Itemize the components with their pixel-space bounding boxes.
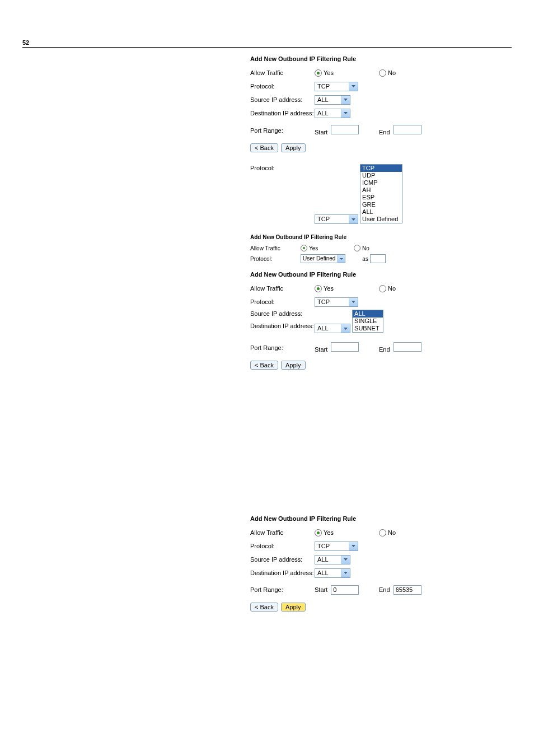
protocol-select-4[interactable]: TCP bbox=[315, 297, 358, 307]
protocol-label-5: Protocol: bbox=[250, 543, 315, 549]
back-button-4[interactable]: < Back bbox=[250, 361, 278, 370]
row-protocol-4: Protocol: TCP bbox=[250, 297, 512, 307]
dst-ip-select[interactable]: ALL bbox=[315, 109, 350, 118]
protocol-select-value-3: User Defined bbox=[301, 255, 337, 263]
start-label-5: Start bbox=[315, 586, 327, 593]
row-protocol-expanded: Protocol: TCP TCP UDP ICMP AH ESP GRE AL… bbox=[250, 165, 512, 224]
radio-no-label-3: No bbox=[362, 245, 369, 251]
radio-no-3[interactable] bbox=[354, 245, 360, 251]
protocol-label: Protocol: bbox=[250, 83, 315, 90]
src-ip-select-4[interactable]: ALL bbox=[315, 324, 350, 333]
protocol-select-5[interactable]: TCP bbox=[315, 542, 358, 551]
panel-2: Protocol: TCP TCP UDP ICMP AH ESP GRE AL… bbox=[250, 165, 512, 224]
end-input-5[interactable]: 65535 bbox=[394, 585, 421, 595]
svg-marker-2 bbox=[344, 112, 348, 114]
protocol-listbox[interactable]: TCP UDP ICMP AH ESP GRE ALL User Defined bbox=[360, 164, 402, 223]
chevron-down-icon bbox=[349, 215, 358, 223]
protocol-select-value-2: TCP bbox=[315, 215, 349, 223]
listbox-item-src-single[interactable]: SINGLE bbox=[353, 318, 383, 325]
src-ip-listbox[interactable]: ALL SINGLE SUBNET bbox=[352, 310, 383, 333]
port-range-label-5: Port Range: bbox=[250, 586, 315, 593]
radio-yes-3[interactable] bbox=[301, 245, 307, 251]
src-ip-select[interactable]: ALL bbox=[315, 95, 350, 105]
protocol-select-value: TCP bbox=[315, 82, 349, 91]
listbox-item-udp[interactable]: UDP bbox=[360, 172, 402, 179]
chevron-down-icon bbox=[337, 255, 345, 263]
row-dst-ip: Destination IP address: ALL bbox=[250, 108, 512, 118]
dst-ip-select-value: ALL bbox=[315, 109, 341, 118]
svg-marker-7 bbox=[352, 545, 355, 547]
start-input-5[interactable]: 0 bbox=[331, 585, 359, 595]
apply-button-4[interactable]: Apply bbox=[281, 361, 306, 370]
src-ip-label-4: Source IP address: bbox=[250, 310, 315, 317]
src-ip-label: Source IP address: bbox=[250, 96, 315, 103]
header-rule bbox=[22, 47, 512, 48]
port-range-label-4: Port Range: bbox=[250, 344, 315, 351]
svg-marker-4 bbox=[340, 258, 343, 260]
listbox-item-gre[interactable]: GRE bbox=[360, 201, 402, 208]
src-ip-select-value: ALL bbox=[315, 96, 341, 104]
radio-no[interactable] bbox=[379, 69, 386, 77]
listbox-item-esp[interactable]: ESP bbox=[360, 194, 402, 201]
protocol-label-3: Protocol: bbox=[250, 256, 301, 262]
radio-no-4[interactable] bbox=[379, 285, 386, 292]
as-input[interactable] bbox=[370, 254, 386, 263]
row-port-range-4: Port Range: Start End bbox=[250, 342, 512, 353]
dst-ip-label: Destination IP address: bbox=[250, 110, 315, 116]
radio-yes-label-5: Yes bbox=[324, 529, 334, 536]
back-button-5[interactable]: < Back bbox=[250, 603, 278, 612]
listbox-item-userdef[interactable]: User Defined bbox=[360, 216, 402, 223]
radio-yes[interactable] bbox=[315, 69, 322, 77]
dst-ip-select-5[interactable]: ALL bbox=[315, 568, 350, 578]
allow-traffic-label-3: Allow Traffic bbox=[250, 245, 301, 251]
chevron-down-icon bbox=[341, 324, 350, 333]
protocol-select-value-5: TCP bbox=[315, 542, 349, 550]
end-input[interactable] bbox=[394, 125, 421, 134]
src-ip-expanded-group: ALL ALL SINGLE SUBNET bbox=[315, 310, 383, 333]
listbox-item-icmp[interactable]: ICMP bbox=[360, 179, 402, 186]
dst-ip-select-value-5: ALL bbox=[315, 569, 341, 577]
start-input[interactable] bbox=[331, 125, 359, 134]
back-button[interactable]: < Back bbox=[250, 143, 278, 152]
src-ip-select-value-4: ALL bbox=[315, 324, 341, 333]
src-ip-label-5: Source IP address: bbox=[250, 556, 315, 563]
radio-yes-4[interactable] bbox=[315, 285, 322, 292]
listbox-item-ah[interactable]: AH bbox=[360, 186, 402, 194]
radio-yes-5[interactable] bbox=[315, 529, 322, 536]
no-group-4: No bbox=[379, 285, 396, 292]
svg-marker-9 bbox=[344, 572, 348, 574]
apply-button[interactable]: Apply bbox=[281, 143, 306, 152]
panel-5-title: Add New Outbound IP Filtering Rule bbox=[250, 515, 512, 522]
yes-group-3: Yes bbox=[301, 245, 354, 251]
chevron-down-icon bbox=[349, 298, 358, 306]
end-group: End bbox=[379, 125, 421, 136]
listbox-item-src-all[interactable]: ALL bbox=[353, 310, 383, 318]
listbox-item-src-subnet[interactable]: SUBNET bbox=[353, 325, 383, 332]
radio-yes-label: Yes bbox=[324, 69, 334, 76]
listbox-item-all[interactable]: ALL bbox=[360, 208, 402, 216]
row-allow-traffic: Allow Traffic Yes No bbox=[250, 68, 512, 78]
protocol-expanded-group: TCP TCP UDP ICMP AH ESP GRE ALL User Def… bbox=[315, 165, 402, 224]
radio-no-5[interactable] bbox=[379, 529, 386, 536]
dst-ip-label-5: Destination IP address: bbox=[250, 570, 315, 576]
protocol-select-2[interactable]: TCP bbox=[315, 214, 358, 224]
svg-marker-1 bbox=[344, 99, 348, 101]
src-ip-select-5[interactable]: ALL bbox=[315, 555, 350, 564]
radio-dot-icon bbox=[303, 247, 305, 249]
yes-group-4: Yes bbox=[315, 285, 379, 292]
end-input-4[interactable] bbox=[394, 342, 421, 352]
panel-3: Add New Outbound IP Filtering Rule Allow… bbox=[250, 234, 512, 263]
yes-group: Yes bbox=[315, 69, 379, 77]
protocol-select[interactable]: TCP bbox=[315, 82, 358, 91]
start-group-4: Start bbox=[315, 342, 379, 353]
row-src-ip-5: Source IP address: ALL bbox=[250, 554, 512, 564]
radio-no-label: No bbox=[388, 69, 396, 76]
protocol-select-3[interactable]: User Defined bbox=[301, 254, 345, 263]
listbox-item-tcp[interactable]: TCP bbox=[360, 165, 402, 172]
apply-button-5[interactable]: Apply bbox=[281, 603, 306, 612]
start-label: Start bbox=[315, 129, 327, 136]
start-input-4[interactable] bbox=[331, 342, 359, 352]
start-group-5: Start 0 bbox=[315, 585, 379, 595]
radio-dot-icon bbox=[317, 72, 320, 74]
panel-4-title: Add New Outbound IP Filtering Rule bbox=[250, 271, 512, 278]
